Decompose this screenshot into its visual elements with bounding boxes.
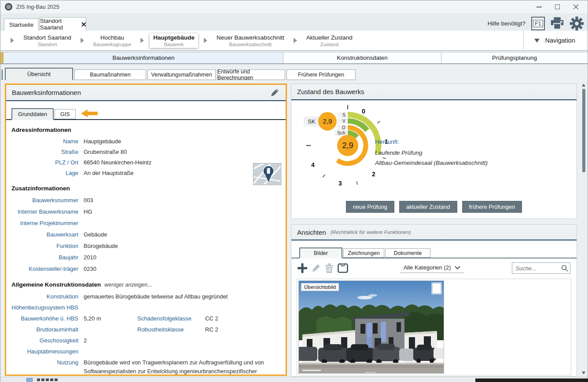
breadcrumb-title: Aktueller Zustand [306, 34, 353, 41]
tab-label: Konstruktionsdaten [337, 55, 388, 61]
field-row: Hauptabmessungen [10, 346, 280, 357]
building-photo [299, 281, 444, 374]
field-label: Funktion [10, 240, 84, 252]
document-tab-strip: Startseite Standort Saarland Hilfe benöt… [0, 13, 588, 31]
breadcrumb-bauwerksgruppe[interactable]: Hochbau Bauwerksgruppe [90, 33, 135, 48]
tab-konstruktionsdaten[interactable]: Konstruktionsdaten [283, 52, 441, 63]
print-icon[interactable] [550, 17, 565, 30]
breadcrumb-title: Hochbau [100, 34, 124, 41]
close-icon[interactable] [573, 4, 579, 10]
breadcrumb-subtitle: Bauwerk [164, 42, 184, 47]
breadcrumb-standort[interactable]: Standort Saarland Standort [20, 33, 75, 48]
tab-bauwerksinformationen[interactable]: Bauwerksinformationen [4, 52, 283, 63]
breadcrumb-bauwerk-current[interactable]: Hauptgebäude Bauwerk [150, 33, 198, 48]
tab-label: GIS [60, 111, 70, 117]
tab-label: Frühere Prüfungen [298, 72, 344, 78]
svg-text:2: 2 [372, 171, 375, 178]
neue-pruefung-button[interactable]: neue Prüfung [346, 201, 394, 213]
app-window: ZIS Ing-Bau 2025 Startseite Standort Saa… [0, 0, 588, 382]
field-value: 2010 [84, 252, 96, 263]
breadcrumb-subtitle: Standort [38, 42, 57, 47]
field-label: Bauwerksart [10, 229, 84, 240]
breadcrumb-subtitle: Bauwerksabschnitt [229, 42, 272, 47]
tab-pruefungsplanung[interactable]: Prüfungsplanung [441, 52, 588, 63]
photo-badge: Übersichtsbild [301, 283, 339, 291]
tab-zeichnungen[interactable]: Zeichnungen [343, 248, 384, 258]
tab-bilder[interactable]: Bilder [299, 247, 342, 258]
section-heading: Zusatzinformationen [11, 185, 280, 192]
aktueller-zustand-button[interactable]: aktueller Zustand [399, 201, 457, 213]
tab-startseite[interactable]: Startseite [4, 18, 39, 31]
settings-gear-icon[interactable] [570, 16, 584, 31]
breadcrumb-zustand[interactable]: Aktueller Zustand Zustand [303, 33, 356, 48]
field-label: Straße [10, 147, 84, 157]
field-label: Baujahr [10, 252, 84, 263]
field-label: Name [10, 136, 84, 147]
collapse-box-icon[interactable] [338, 263, 348, 273]
zustand-panel: Zustand des Bauwerks SK 2,9 S V D Sch [291, 84, 577, 219]
field-row: Interne Projektnummer [10, 218, 280, 229]
tab-label: Prüfungsplanung [492, 55, 537, 61]
vertical-scrollbar[interactable] [581, 81, 587, 377]
field-label: Bruttorauminhalt [10, 324, 84, 335]
subtab-verwaltungsmassnahmen[interactable]: Verwaltungsmaßnahmen [147, 69, 216, 80]
f1-help-button[interactable]: F1 [531, 17, 545, 30]
chevron-down-icon [534, 39, 540, 43]
field-label: Schadensfolgeklasse [137, 313, 204, 324]
tab-standort-saarland[interactable]: Standort Saarland [40, 17, 86, 31]
scroll-down-icon[interactable] [582, 371, 585, 375]
close-tab-icon[interactable] [81, 22, 86, 27]
f1-label: F1 [533, 20, 543, 27]
tab-gis[interactable]: GIS [55, 109, 76, 119]
edit-pencil-icon[interactable] [269, 87, 280, 98]
search-input[interactable] [515, 265, 561, 272]
panel-header: Ansichten (Rechtsklick für weitere Funkt… [291, 225, 577, 240]
subtab-fruehere-pruefungen[interactable]: Frühere Prüfungen [287, 69, 356, 80]
delete-image-icon[interactable] [325, 263, 334, 273]
window-title: ZIS Ing-Bau 2025 [16, 4, 59, 10]
tab-grunddaten[interactable]: Grunddaten [11, 108, 54, 120]
panel-title: Ansichten [297, 229, 326, 236]
window-controls [537, 4, 583, 10]
bauwerksinformationen-panel: Bauwerksinformationen Grunddaten GIS [5, 84, 287, 376]
add-image-icon[interactable] [298, 263, 307, 273]
main-tab-bar: Bauwerksinformationen Konstruktionsdaten… [0, 52, 588, 64]
minimize-icon[interactable] [537, 7, 542, 7]
field-value: RC 2 [205, 324, 218, 335]
breadcrumb-subtitle: Zustand [320, 42, 338, 47]
category-filter-dropdown[interactable]: Alle Kategorien (2) [400, 263, 464, 273]
map-location-thumbnail[interactable] [253, 163, 281, 185]
fruehere-pruefungen-button[interactable]: frühere Prüfungen [462, 201, 522, 213]
search-icon[interactable] [561, 264, 568, 272]
show-less-link[interactable]: weniger anzeigen... [104, 282, 152, 288]
chevron-right-icon [140, 38, 144, 43]
tab-label: Baumaßnahmen [90, 72, 130, 78]
maximize-icon[interactable] [555, 4, 560, 9]
field-label: Höhenbezugssystem HBS [10, 302, 84, 313]
subtab-baumassnahmen[interactable]: Baumaßnahmen [74, 69, 146, 80]
field-row: Kostenstelle/-träger0230 [10, 263, 280, 275]
tab-dokumente[interactable]: Dokumente [385, 248, 430, 258]
grunddaten-tab-bar: Grunddaten GIS [6, 108, 286, 120]
field-row-pair: Bruttorauminhalt Robustheitsklasse RC 2 [10, 324, 280, 335]
navigation-dropdown-button[interactable]: Navigation [523, 31, 588, 50]
tab-label: Bilder [314, 250, 328, 256]
building-photo-item[interactable]: Übersichtsbild [298, 280, 444, 374]
field-row: StraßeGrubenstraße 80 [10, 147, 280, 157]
field-row: BauwerksartGebäude [10, 229, 280, 240]
photo-checkbox[interactable] [432, 283, 441, 294]
subtab-entwuerfe[interactable]: Entwürfe und Berechnungen [217, 69, 285, 80]
section-heading: Allgemeine Konstruktionsdaten weniger an… [11, 281, 280, 288]
herkunft-label: Herkunft: [375, 138, 488, 145]
field-value: 5,20 m [84, 313, 113, 324]
edit-image-icon[interactable] [311, 263, 321, 273]
background-window-edge [475, 378, 588, 382]
field-label: Interner Bauwerksname [10, 206, 84, 218]
field-row: Interner BauwerksnameHG [10, 206, 280, 218]
scroll-up-icon[interactable] [582, 84, 585, 87]
breadcrumb-bauwerksabschnitt[interactable]: Neuer Bauwerksabschnitt Bauwerksabschnit… [213, 33, 288, 48]
scrollbar-thumb[interactable] [582, 89, 585, 172]
subtab-uebersicht[interactable]: Übersicht [5, 68, 73, 80]
field-row: Höhenbezugssystem HBS [10, 302, 280, 313]
help-label: Hilfe benötigt? [488, 20, 526, 27]
